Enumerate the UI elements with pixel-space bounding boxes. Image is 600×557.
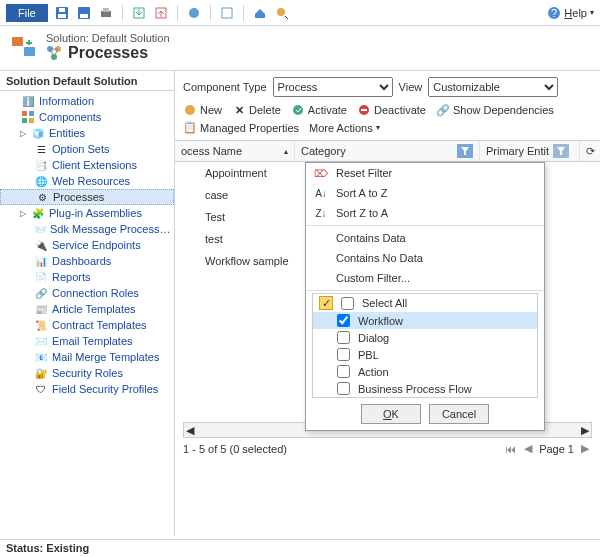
file-menu[interactable]: File (6, 4, 48, 22)
component-type-label: Component Type (183, 81, 267, 93)
custom-filter[interactable]: Custom Filter... (306, 268, 544, 288)
activate-button[interactable]: Activate (291, 103, 347, 117)
delete-button[interactable]: ✕Delete (232, 103, 281, 117)
svg-rect-14 (12, 37, 23, 46)
tree-mail-merge[interactable]: 📧Mail Merge Templates (0, 349, 174, 365)
bpf-checkbox[interactable] (337, 382, 350, 395)
new-button[interactable]: New (183, 103, 222, 117)
component-type-select[interactable]: Process (273, 77, 393, 97)
cancel-button[interactable]: Cancel (429, 404, 489, 424)
tree-header: Solution Default Solution (0, 71, 174, 91)
tree-processes[interactable]: ⚙Processes (0, 189, 174, 205)
solution-breadcrumb: Solution: Default Solution (46, 32, 170, 44)
select-all-checkbox[interactable] (341, 297, 354, 310)
col-process-name[interactable]: ocess Name▴ (175, 142, 295, 160)
tree-article-templates[interactable]: 📰Article Templates (0, 301, 174, 317)
filter-icon[interactable] (553, 144, 569, 158)
publish-all-icon[interactable] (219, 5, 235, 21)
pager-status: 1 - 5 of 5 (0 selected) (183, 443, 287, 455)
separator (177, 5, 178, 21)
next-page-icon[interactable]: ▶ (578, 442, 592, 455)
tree-plugin-assemblies[interactable]: ▷🧩Plug-in Assemblies (0, 205, 174, 221)
svg-rect-10 (222, 8, 232, 18)
action-checkbox[interactable] (337, 365, 350, 378)
tree-security-roles[interactable]: 🔐Security Roles (0, 365, 174, 381)
svg-point-9 (189, 8, 199, 18)
contains-data[interactable]: Contains Data (306, 228, 544, 248)
tree-contract-templates[interactable]: 📜Contract Templates (0, 317, 174, 333)
sort-a-z[interactable]: A↓Sort A to Z (306, 183, 544, 203)
filter-workflow[interactable]: Workflow (313, 312, 537, 329)
checked-icon: ✓ (319, 296, 333, 310)
tree-sdk-steps[interactable]: 📨Sdk Message Processing S... (0, 221, 174, 237)
print-icon[interactable] (98, 5, 114, 21)
view-label: View (399, 81, 423, 93)
page-title: Processes (68, 44, 148, 62)
tree-connection-roles[interactable]: 🔗Connection Roles (0, 285, 174, 301)
tree-field-security[interactable]: 🛡Field Security Profiles (0, 381, 174, 397)
category-filter-panel: ⌦Reset Filter A↓Sort A to Z Z↓Sort Z to … (305, 162, 545, 431)
svg-rect-19 (22, 111, 27, 116)
status-bar: Status: Existing (0, 539, 600, 557)
tree-dashboards[interactable]: 📊Dashboards (0, 253, 174, 269)
first-page-icon[interactable]: ⏮ (503, 443, 517, 455)
select-all-label: Select All (362, 297, 407, 309)
svg-point-23 (185, 105, 195, 115)
tree-components[interactable]: Components (0, 109, 174, 125)
filter-action[interactable]: Action (313, 363, 537, 380)
tree-client-extensions[interactable]: 📑Client Extensions (0, 157, 174, 173)
svg-rect-1 (58, 14, 66, 18)
translations-import-icon[interactable] (153, 5, 169, 21)
tree-entities[interactable]: ▷🧊Entities (0, 125, 174, 141)
deactivate-button[interactable]: Deactivate (357, 103, 426, 117)
view-select[interactable]: Customizable (428, 77, 558, 97)
tree-service-endpoints[interactable]: 🔌Service Endpoints (0, 237, 174, 253)
svg-rect-2 (59, 8, 65, 12)
solution-icon (10, 35, 38, 59)
save-icon[interactable] (54, 5, 70, 21)
show-dependencies-button[interactable]: 🔗Show Dependencies (436, 103, 554, 117)
filter-bpf[interactable]: Business Process Flow (313, 380, 537, 397)
svg-point-11 (277, 8, 285, 16)
svg-rect-22 (29, 118, 34, 123)
pbl-checkbox[interactable] (337, 348, 350, 361)
dialog-checkbox[interactable] (337, 331, 350, 344)
publish-icon[interactable] (186, 5, 202, 21)
actions-dropdown-icon[interactable] (274, 5, 290, 21)
translations-export-icon[interactable] (131, 5, 147, 21)
tree-web-resources[interactable]: 🌐Web Resources (0, 173, 174, 189)
svg-rect-15 (24, 47, 35, 56)
separator (122, 5, 123, 21)
tree-reports[interactable]: 📄Reports (0, 269, 174, 285)
filter-pbl[interactable]: PBL (313, 346, 537, 363)
tree-information[interactable]: ℹ️Information (0, 93, 174, 109)
help-link[interactable]: ? Help ▾ (547, 6, 594, 20)
tree-email-templates[interactable]: ✉️Email Templates (0, 333, 174, 349)
reset-filter[interactable]: ⌦Reset Filter (306, 163, 544, 183)
prev-page-icon[interactable]: ◀ (521, 442, 535, 455)
svg-rect-20 (29, 111, 34, 116)
svg-rect-6 (103, 8, 109, 12)
filter-icon[interactable] (457, 144, 473, 158)
col-category[interactable]: Category (295, 141, 480, 161)
separator (243, 5, 244, 21)
ok-button[interactable]: OK (361, 404, 421, 424)
workflow-checkbox[interactable] (337, 314, 350, 327)
save-close-icon[interactable] (76, 5, 92, 21)
sort-z-a[interactable]: Z↓Sort Z to A (306, 203, 544, 223)
separator (210, 5, 211, 21)
svg-text:?: ? (551, 7, 557, 19)
managed-properties-button[interactable]: 📋Managed Properties (183, 121, 299, 134)
more-actions-button[interactable]: More Actions ▾ (309, 122, 380, 134)
tree-option-sets[interactable]: ☰Option Sets (0, 141, 174, 157)
refresh-icon[interactable]: ⟳ (580, 145, 600, 158)
svg-rect-21 (22, 118, 27, 123)
svg-rect-26 (361, 109, 367, 111)
contains-no-data[interactable]: Contains No Data (306, 248, 544, 268)
col-primary-entity[interactable]: Primary Entit (480, 141, 580, 161)
processes-icon (46, 45, 62, 61)
page-label: Page 1 (539, 443, 574, 455)
svg-rect-4 (80, 14, 88, 18)
home-icon[interactable] (252, 5, 268, 21)
filter-dialog[interactable]: Dialog (313, 329, 537, 346)
